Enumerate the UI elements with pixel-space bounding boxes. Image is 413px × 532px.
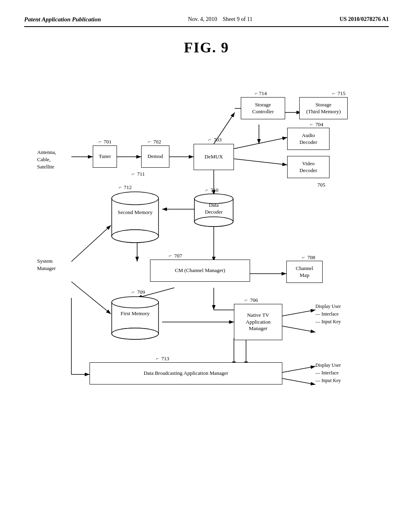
ref-tick-712: ⌐ [119,184,122,191]
antenna-label: Antenna, Cable, Satellite [37,149,73,171]
svg-line-29 [282,378,315,384]
ref-tick-702: ⌐ [148,139,151,145]
svg-line-28 [282,366,315,372]
svg-line-24 [71,225,111,262]
svg-point-44 [112,328,159,339]
first-memory-cylinder: First Memory [111,296,159,340]
patent-number-label: US 2010/0278276 A1 [340,16,389,23]
storage-controller-ref: 714 [259,90,267,97]
demux-label: DeMUX [204,154,223,160]
data-decoder-ref: 710 [211,187,219,193]
native-tv-label: Native TV Application Manager [246,312,270,332]
audio-decoder-ref: 704 [315,121,323,128]
storage-third-ref: 715 [338,90,346,97]
storage-third-box: Storage (Third Memory) [299,97,348,119]
storage-third-label: Storage (Third Memory) [306,102,341,115]
svg-line-25 [71,282,111,314]
svg-point-34 [194,217,233,227]
demod-ref: 702 [153,139,161,145]
data-broadcast-label: Data Broadcasting Application Manager [144,370,228,377]
second-memory-label: Second Memory [111,209,159,216]
header: Patent Application Publication Nov. 4, 2… [24,16,389,27]
data-decoder-cylinder: DataDecoder [194,193,234,227]
demod-label: Demod [148,153,163,160]
diagram: Storage Controller 714 ⌐ Storage (Third … [25,72,388,435]
second-memory-cylinder: Second Memory [111,191,159,243]
svg-point-41 [112,297,159,308]
patent-publication-label: Patent Application Publication [24,16,101,23]
sheet-label: Sheet 9 of 11 [223,16,252,22]
demux-box: DeMUX [194,144,234,170]
ref-tick-706: ⌐ [245,297,248,303]
ref-tick-714: ⌐ [255,90,258,97]
cm-ref: 707 [174,253,182,259]
svg-line-6 [234,159,287,165]
demod-box: Demod [141,145,169,168]
display-ui-1-label: Display User — Interface — Input Key [315,303,376,326]
storage-controller-label: Storage Controller [252,102,273,115]
demux-ref: 703 [214,137,222,143]
tuner-label: Tuner [99,153,111,160]
svg-line-20 [282,310,315,316]
ref-tick-713: ⌐ [156,355,159,362]
ref-tick-701: ⌐ [99,139,102,145]
cm-box: CM (Channel Manager) [150,260,250,282]
audio-decoder-label: Audio Decoder [299,132,317,146]
channel-map-ref: 708 [307,254,315,261]
figure-title: FIG. 9 [24,39,389,56]
native-tv-box: Native TV Application Manager [234,304,282,340]
date-label: Nov. 4, 2010 [188,16,217,22]
tuner-box: Tuner [93,145,117,168]
ref-tick-704: ⌐ [310,121,313,128]
header-center: Nov. 4, 2010 Sheet 9 of 11 [188,16,252,23]
ref-tick-715: ⌐ [332,90,335,97]
native-tv-ref: 706 [250,297,258,303]
ref-tick-709: ⌐ [132,289,135,295]
svg-point-36 [112,192,159,205]
video-decoder-label: Video Decoder [299,160,317,174]
audio-decoder-box: Audio Decoder [287,128,330,150]
data-broadcast-box: Data Broadcasting Application Manager [90,362,282,384]
tuner-ref: 701 [104,139,112,145]
system-manager-label: System Manager [37,258,73,272]
storage-controller-box: Storage Controller [241,97,285,119]
video-decoder-ref: 705 [317,182,325,188]
channel-map-label: Channel Map [296,265,313,279]
ref-tick-707: ⌐ [169,253,172,259]
ref-711: 711 [137,171,145,177]
first-memory-label: First Memory [111,310,159,317]
second-memory-ref: 712 [124,184,132,191]
svg-line-21 [282,326,315,332]
ref-tick-711: ⌐ [132,171,135,177]
first-memory-ref: 709 [137,289,145,295]
svg-line-5 [234,137,287,149]
video-decoder-box: Video Decoder [287,156,330,178]
svg-point-39 [112,230,159,243]
display-ui-2-label: Display User — Interface — Input Key [315,362,376,385]
channel-map-box: Channel Map [286,261,323,283]
ref-tick-703: ⌐ [209,137,211,143]
data-decoder-label: DataDecoder [194,202,234,216]
ref-tick-708: ⌐ [302,254,305,261]
ref-tick-710: ⌐ [206,187,209,193]
data-broadcast-ref: 713 [161,355,169,362]
cm-label: CM (Channel Manager) [175,267,225,274]
page: Patent Application Publication Nov. 4, 2… [0,0,413,532]
